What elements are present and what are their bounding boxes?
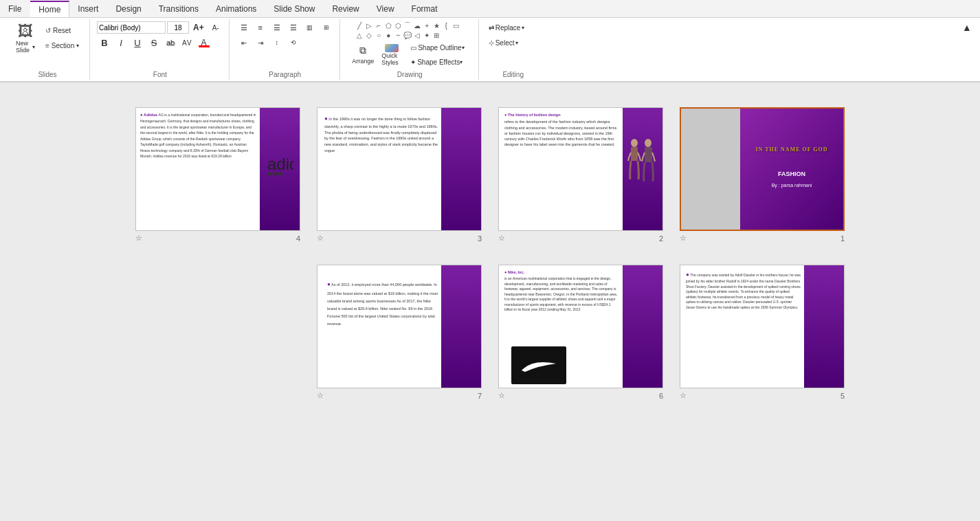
collapse-ribbon-btn[interactable]: ▲ <box>959 21 975 34</box>
star-icon-7: ☆ <box>317 391 324 400</box>
main-slides-area: ● Adidas AG is a multinational corporati… <box>0 82 980 521</box>
new-slide-dropdown-icon[interactable]: ▾ <box>32 44 35 50</box>
select-btn[interactable]: ⊹ Select ▾ <box>486 36 541 49</box>
select-icon: ⊹ <box>489 39 494 47</box>
shape-circle[interactable]: ● <box>383 30 393 40</box>
shape-triangle[interactable]: △ <box>355 30 364 40</box>
align-right-btn[interactable]: ☰ <box>269 21 285 34</box>
shape-arc[interactable]: ⌢ <box>393 30 403 40</box>
font-size-input[interactable] <box>167 21 189 34</box>
shape-cloud[interactable]: ☁ <box>412 21 422 30</box>
slide-container-3: ● In the 1990s it was no longer the done… <box>309 99 490 251</box>
paragraph-group-label: Paragraph <box>231 71 339 78</box>
adidas-logo-svg: adidas <box>266 155 293 179</box>
para-options-btn[interactable]: ⊞ <box>319 21 334 34</box>
reset-icon: ↺ <box>45 27 51 34</box>
shape-callout[interactable]: 💬 <box>403 30 412 40</box>
arrange-btn[interactable]: ⧉ Arrange <box>350 43 376 67</box>
shape-hexagon[interactable]: ⬡ <box>393 21 403 30</box>
section-button[interactable]: ≡ Section ▾ <box>43 38 84 52</box>
ribbon-toolbar: 🖼 New Slide ▾ ↺ Reset ≡ Section ▾ <box>0 18 980 81</box>
slide-container-2: ● The history of fashion design refers t… <box>490 99 671 251</box>
align-left-btn[interactable]: ☰ <box>236 21 252 34</box>
ribbon-group-paragraph: ☰ ≡ ☰ ☰ ▥ ⊞ ⇤ ⇥ ↕ ⟲ Paragraph <box>231 19 340 80</box>
shape-curve[interactable]: ⌒ <box>403 21 412 30</box>
slide-1[interactable]: IN THE NAME OF GOD FASHION By : parsa ra… <box>680 107 845 231</box>
ribbon-group-slides: 🖼 New Slide ▾ ↺ Reset ≡ Section ▾ <box>5 19 90 80</box>
text-shadow-btn[interactable]: ab <box>163 36 178 49</box>
tab-home[interactable]: Home <box>30 1 69 17</box>
replace-btn[interactable]: ⇄ Replace ▾ <box>486 21 541 34</box>
tab-file[interactable]: File <box>0 1 30 16</box>
shape-more[interactable]: ⊞ <box>432 30 441 40</box>
font-row-2: B I U S ab AV A <box>97 36 212 49</box>
slide-container-7: ● As of 2012, it employed more than 44,0… <box>309 256 490 408</box>
shape-angle-bracket[interactable]: ⌐ <box>374 21 383 30</box>
bold-btn[interactable]: B <box>97 36 112 49</box>
slide-6[interactable]: ● Nike, Inc. is an American multinationa… <box>498 265 663 388</box>
font-color-btn[interactable]: A <box>197 36 212 49</box>
shape-arrow-left[interactable]: ◁ <box>412 30 422 40</box>
svg-rect-1 <box>267 173 271 175</box>
shape-line[interactable]: ╱ <box>355 21 364 30</box>
slide-number-6: ☆ 6 <box>498 391 663 400</box>
slide-container-6: ● Nike, Inc. is an American multinationa… <box>490 256 671 408</box>
shape-outline-btn[interactable]: ▭ Shape Outline ▾ <box>408 41 469 54</box>
underline-btn[interactable]: U <box>130 36 145 49</box>
line-spacing-btn[interactable]: ↕ <box>269 36 285 49</box>
slide-number-4: ☆ 4 <box>135 234 300 243</box>
slide-4[interactable]: ● Adidas AG is a multinational corporati… <box>135 107 300 231</box>
reset-button[interactable]: ↺ Reset <box>43 23 84 37</box>
shape-rect[interactable]: ▭ <box>451 21 460 30</box>
quick-styles-icon <box>385 44 399 52</box>
tab-view[interactable]: View <box>368 1 403 16</box>
shape-plus[interactable]: + <box>422 21 432 30</box>
editing-group-label: Editing <box>480 71 546 78</box>
decrease-font-btn[interactable]: A- <box>208 21 223 34</box>
col-btn[interactable]: ▥ <box>302 21 318 34</box>
text-direction-btn[interactable]: ⟲ <box>286 36 301 49</box>
slide-7[interactable]: ● As of 2012, it employed more than 44,0… <box>317 265 482 388</box>
slide-5[interactable]: ● The company was started by Adolf Dassl… <box>680 265 845 388</box>
new-slide-button[interactable]: 🖼 New Slide ▾ <box>11 21 40 57</box>
increase-font-btn[interactable]: A+ <box>190 21 207 34</box>
svg-text:adidas: adidas <box>267 155 293 173</box>
shape-pentagon[interactable]: ⬠ <box>383 21 393 30</box>
quick-styles-btn[interactable]: Quick Styles <box>379 43 405 67</box>
indent-right-btn[interactable]: ⇥ <box>253 36 268 49</box>
justify-btn[interactable]: ☰ <box>286 21 301 34</box>
tab-insert[interactable]: Insert <box>69 1 107 16</box>
outline-dropdown-icon: ▾ <box>462 45 465 51</box>
shape-diamond[interactable]: ◇ <box>364 30 374 40</box>
tab-review[interactable]: Review <box>324 1 368 16</box>
shape-arrow-right[interactable]: ▷ <box>364 21 374 30</box>
align-center-btn[interactable]: ≡ <box>253 21 268 34</box>
strikethrough-btn[interactable]: S <box>146 36 162 49</box>
italic-btn[interactable]: I <box>113 36 129 49</box>
shape-effects-btn[interactable]: ✦ Shape Effects ▾ <box>408 55 469 69</box>
indent-left-btn[interactable]: ⇤ <box>236 36 252 49</box>
tab-slideshow[interactable]: Slide Show <box>265 1 324 16</box>
section-icon: ≡ <box>45 42 49 49</box>
char-spacing-btn[interactable]: AV <box>179 36 195 49</box>
svg-rect-3 <box>278 173 282 175</box>
slide-container-1: IN THE NAME OF GOD FASHION By : parsa ra… <box>671 99 853 251</box>
nike-swoosh-svg <box>518 355 559 376</box>
font-family-input[interactable] <box>97 21 166 34</box>
shape-oval[interactable]: ○ <box>374 30 383 40</box>
select-dropdown: ▾ <box>515 40 518 46</box>
tab-format[interactable]: Format <box>403 1 447 16</box>
tab-transitions[interactable]: Transitions <box>151 1 208 16</box>
para-row-2: ⇤ ⇥ ↕ ⟲ <box>236 36 301 49</box>
drawing-group-label: Drawing <box>342 71 478 78</box>
svg-point-4 <box>631 139 638 147</box>
slide-3[interactable]: ● In the 1990s it was no longer the done… <box>317 107 482 231</box>
shape-star[interactable]: ★ <box>432 21 441 30</box>
slide-2[interactable]: ● The history of fashion design refers t… <box>498 107 663 231</box>
shape-badge[interactable]: ✦ <box>422 30 432 40</box>
tab-animations[interactable]: Animations <box>208 1 265 16</box>
tab-design[interactable]: Design <box>107 1 150 16</box>
star-icon-4: ☆ <box>135 234 142 243</box>
shape-bracket[interactable]: { <box>441 21 451 30</box>
shape-effects-icon: ✦ <box>410 58 416 66</box>
